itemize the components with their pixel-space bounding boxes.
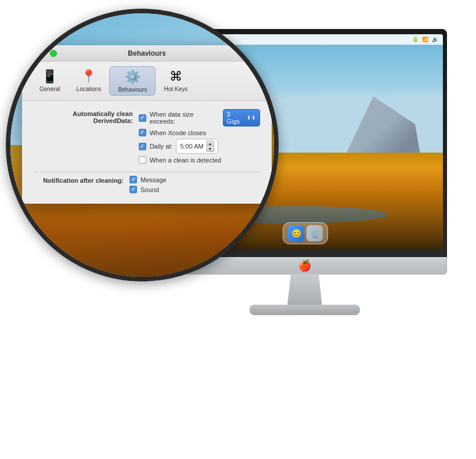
time-stepper[interactable]: ▲ ▼ — [206, 140, 214, 152]
toolbar-general-label: General — [39, 86, 60, 92]
apple-logo: 🍎 — [298, 259, 311, 272]
daily-at-row: Daily at: 5:00 AM ▲ ▼ — [139, 139, 260, 154]
xcode-closes-row: When Xcode closes — [139, 129, 260, 136]
auto-clean-section: Automatically clean DerivedData: When da… — [34, 109, 260, 164]
dialog-content: Automatically clean DerivedData: When da… — [22, 101, 272, 204]
menubar-right: 🔋 📶 🔊 — [412, 37, 438, 42]
data-size-label: When data size exceeds: — [150, 111, 219, 125]
sound-row: Sound — [129, 186, 167, 193]
sound-label: Sound — [140, 186, 159, 193]
auto-clean-controls: When data size exceeds: 3 Gigs ⬆⬇ When X… — [139, 109, 260, 164]
imac-stand-base — [250, 305, 360, 315]
toolbar-item-general[interactable]: 📱 General — [31, 66, 68, 96]
data-size-checkbox[interactable] — [139, 114, 146, 122]
clean-detected-checkbox[interactable] — [139, 156, 146, 164]
hotkeys-icon: ⌘ — [168, 68, 184, 85]
preferences-dialog: Behaviours 📱 General 📍 Locations — [22, 45, 272, 204]
notification-controls: Message Sound — [129, 176, 167, 193]
maximize-button[interactable] — [50, 50, 57, 57]
daily-at-label: Daily at: — [150, 143, 173, 150]
toolbar-item-behaviours[interactable]: ⚙️ Behaviours — [109, 66, 156, 96]
xcode-closes-label: When Xcode closes — [150, 129, 206, 136]
daily-at-checkbox[interactable] — [139, 143, 146, 150]
section-divider — [34, 172, 260, 172]
dock-finder-icon[interactable]: 😊 — [288, 225, 304, 241]
toolbar-item-locations[interactable]: 📍 Locations — [68, 66, 110, 96]
close-button[interactable] — [29, 50, 36, 57]
dock-trash-icon[interactable]: 🗑️ — [306, 225, 323, 241]
xcode-closes-checkbox[interactable] — [139, 129, 146, 136]
sound-checkbox[interactable] — [129, 186, 137, 193]
auto-clean-label: Automatically clean DerivedData: — [34, 109, 133, 124]
imac-stand-neck — [287, 274, 322, 306]
notification-section: Notification after cleaning: Message Sou… — [34, 176, 260, 193]
dock: 😊 🗑️ — [283, 222, 328, 244]
message-checkbox[interactable] — [129, 176, 137, 183]
dropdown-arrow-icon: ⬆⬇ — [247, 115, 256, 121]
general-icon: 📱 — [42, 68, 58, 85]
clean-detected-row: When a clean is detected — [139, 156, 260, 164]
toolbar-item-hotkeys[interactable]: ⌘ Hot Keys — [156, 66, 196, 96]
data-size-dropdown[interactable]: 3 Gigs ⬆⬇ — [223, 109, 261, 127]
time-picker[interactable]: 5:00 AM ▲ ▼ — [176, 139, 218, 154]
traffic-lights — [29, 50, 57, 57]
message-row: Message — [129, 176, 167, 183]
data-size-row: When data size exceeds: 3 Gigs ⬆⬇ — [139, 109, 260, 127]
stepper-down-button[interactable]: ▼ — [206, 146, 214, 152]
stepper-up-button[interactable]: ▲ — [206, 140, 214, 146]
time-value: 5:00 AM — [180, 143, 203, 150]
toolbar-hotkeys-label: Hot Keys — [164, 86, 187, 92]
clean-detected-label: When a clean is detected — [150, 157, 222, 164]
magnify-circle: Behaviours 📱 General 📍 Locations — [6, 9, 279, 281]
toolbar-behaviours-label: Behaviours — [118, 86, 147, 93]
notification-label: Notification after cleaning: — [34, 176, 124, 184]
locations-icon: 📍 — [81, 68, 97, 85]
main-scene: 🍎 Finder 🔋 📶 🔊 😊 � — [0, 0, 476, 459]
dialog-titlebar: Behaviours — [22, 45, 272, 62]
toolbar: 📱 General 📍 Locations ⚙️ Behaviours — [22, 62, 272, 101]
dialog-title: Behaviours — [128, 49, 165, 57]
message-label: Message — [140, 176, 167, 183]
dropdown-value: 3 Gigs — [227, 111, 245, 125]
minimize-button[interactable] — [39, 50, 46, 57]
behaviours-icon: ⚙️ — [124, 69, 140, 85]
toolbar-locations-label: Locations — [77, 86, 102, 92]
